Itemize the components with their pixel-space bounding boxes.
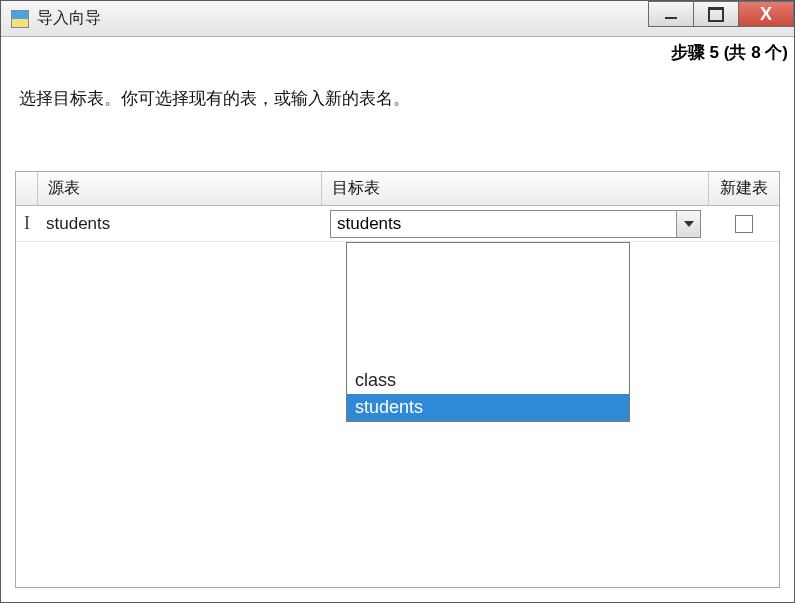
dropdown-option-class[interactable]: class — [347, 367, 629, 394]
dropdown-option-students[interactable]: students — [347, 394, 629, 421]
mapping-table: 源表 目标表 新建表 I students — [15, 171, 780, 588]
table-row: I students — [16, 206, 779, 242]
source-table-cell: students — [38, 210, 322, 238]
content-area: 步骤 5 (共 8 个) 选择目标表。你可选择现有的表，或输入新的表名。 源表 … — [1, 37, 794, 602]
target-table-dropdown: class students — [346, 242, 630, 422]
app-icon — [11, 10, 29, 28]
header-source: 源表 — [38, 172, 322, 205]
combobox-dropdown-button[interactable] — [676, 211, 700, 237]
target-table-cell — [322, 206, 709, 242]
window-title: 导入向导 — [37, 8, 101, 29]
close-button[interactable]: X — [738, 1, 794, 27]
dropdown-empty-area[interactable] — [347, 243, 629, 367]
minimize-button[interactable] — [648, 1, 694, 27]
step-indicator: 步骤 5 (共 8 个) — [671, 41, 788, 64]
instruction-text: 选择目标表。你可选择现有的表，或输入新的表名。 — [19, 87, 410, 110]
table-header: 源表 目标表 新建表 — [16, 172, 779, 206]
header-new-table: 新建表 — [709, 172, 779, 205]
header-target: 目标表 — [322, 172, 709, 205]
new-table-checkbox[interactable] — [735, 215, 753, 233]
import-wizard-window: 导入向导 X 步骤 5 (共 8 个) 选择目标表。你可选择现有的表，或输入新的… — [0, 0, 795, 603]
header-handle — [16, 172, 38, 205]
target-table-input[interactable] — [331, 211, 676, 237]
maximize-button[interactable] — [693, 1, 739, 27]
new-table-cell — [709, 211, 779, 237]
titlebar[interactable]: 导入向导 X — [1, 1, 794, 37]
window-controls: X — [649, 1, 794, 29]
target-table-combobox[interactable] — [330, 210, 701, 238]
row-cursor-icon: I — [16, 209, 38, 238]
